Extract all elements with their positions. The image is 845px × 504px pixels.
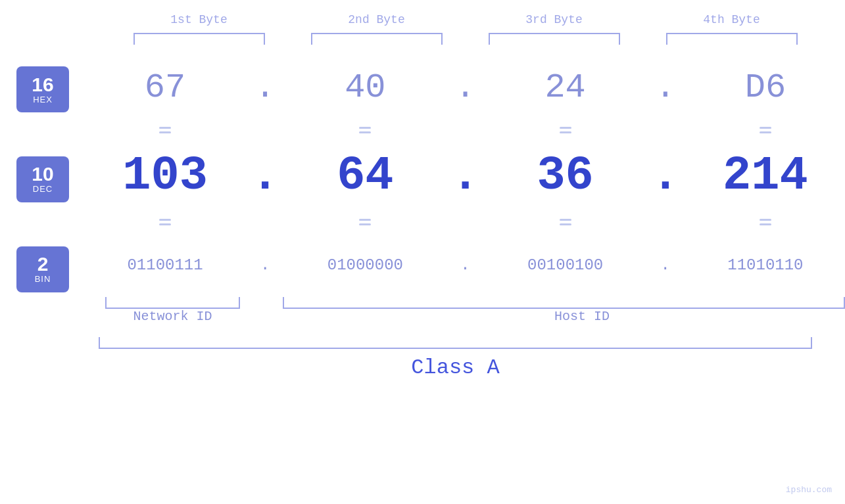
eq2-4 <box>693 219 838 225</box>
byte-headers: 1st Byte 2nd Byte 3rd Byte 4th Byte <box>110 13 821 26</box>
bin-val-1: 01100111 <box>93 256 237 274</box>
bin-val-3: 00100100 <box>493 256 638 274</box>
eq1-2 <box>293 127 437 133</box>
watermark: ipshu.com <box>786 485 832 495</box>
class-label: Class A <box>99 355 812 380</box>
bin-badge: 2 BIN <box>16 246 69 292</box>
bin-row: 01100111 . 01000000 . 00100100 . <box>85 235 845 294</box>
hex-name: HEX <box>33 95 53 104</box>
dot-dec-2: . <box>452 149 478 203</box>
dot-hex-1: . <box>252 68 278 107</box>
byte4-header: 4th Byte <box>660 13 804 26</box>
hex-val-2: 40 <box>293 68 437 107</box>
dot-bin-3: . <box>652 256 679 274</box>
dec-row: 103 . 64 . 36 . 214 <box>85 143 845 209</box>
bin-val-4: 11010110 <box>693 256 838 274</box>
class-bracket <box>99 337 812 349</box>
dot-bin-2: . <box>452 256 478 274</box>
dec-badge: 10 DEC <box>16 156 69 202</box>
hex-val-1: 67 <box>93 68 237 107</box>
host-bracket <box>283 297 845 309</box>
bin-val-2: 01000000 <box>293 256 437 274</box>
dot-dec-1: . <box>252 149 278 203</box>
base-labels: 16 HEX 10 DEC 2 BIN <box>0 64 85 294</box>
dot-hex-3: . <box>652 68 679 107</box>
byte1-header: 1st Byte <box>127 13 272 26</box>
dot-bin-1: . <box>252 256 278 274</box>
byte2-header: 2nd Byte <box>304 13 449 26</box>
dec-val-4: 214 <box>693 149 838 203</box>
byte3-header: 3rd Byte <box>482 13 627 26</box>
hex-num: 16 <box>32 75 53 95</box>
dec-num: 10 <box>32 164 53 184</box>
class-section: Class A <box>0 337 845 380</box>
main-container: 1st Byte 2nd Byte 3rd Byte 4th Byte 16 H… <box>0 0 845 504</box>
values-grid: 67 . 40 . 24 . D6 <box>85 58 845 294</box>
host-id-label: Host ID <box>301 309 846 324</box>
top-brackets <box>110 33 821 45</box>
bracket-top-3 <box>489 33 620 45</box>
eq1-4 <box>693 127 838 133</box>
eq1-1 <box>93 127 237 133</box>
dot-hex-2: . <box>452 68 478 107</box>
bin-num: 2 <box>37 254 49 274</box>
bracket-top-4 <box>666 33 798 45</box>
hex-badge: 16 HEX <box>16 66 69 112</box>
host-bracket-container: Host ID <box>283 297 845 324</box>
dot-dec-3: . <box>652 149 679 203</box>
eq2-1 <box>93 219 237 225</box>
bin-name: BIN <box>35 274 51 284</box>
dec-name: DEC <box>33 184 53 194</box>
hex-row: 67 . 40 . 24 . D6 <box>85 58 845 117</box>
equals-row-1 <box>85 117 845 143</box>
hex-val-3: 24 <box>493 68 638 107</box>
bracket-top-2 <box>311 33 443 45</box>
bottom-bracket-row: Network ID Host ID <box>0 297 845 324</box>
hex-val-4: D6 <box>693 68 838 107</box>
eq2-3 <box>493 219 638 225</box>
dec-val-2: 64 <box>293 149 437 203</box>
eq1-3 <box>493 127 638 133</box>
dec-val-3: 36 <box>493 149 638 203</box>
network-bracket <box>105 297 240 309</box>
eq2-2 <box>293 219 437 225</box>
bracket-top-1 <box>133 33 265 45</box>
dec-val-1: 103 <box>93 149 237 203</box>
network-bracket-container: Network ID <box>99 297 247 324</box>
network-id-label: Network ID <box>105 309 240 324</box>
equals-row-2 <box>85 209 845 235</box>
